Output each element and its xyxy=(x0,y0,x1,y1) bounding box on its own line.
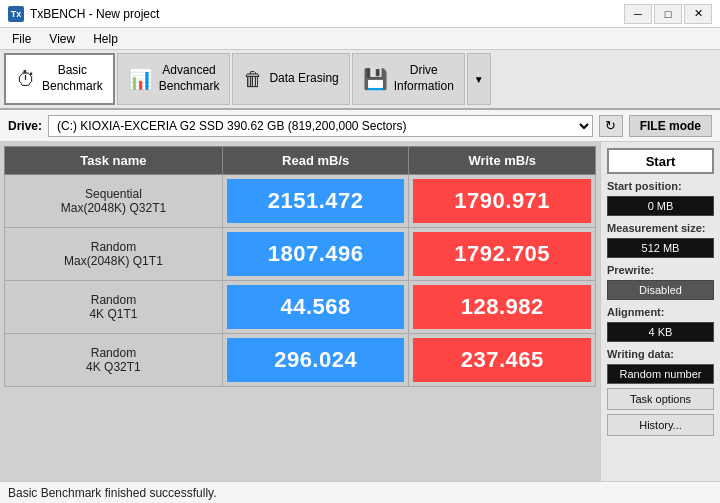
task-name-2: Random4K Q1T1 xyxy=(5,281,223,334)
read-value-2: 44.568 xyxy=(222,281,409,334)
title-bar: Tx TxBENCH - New project ─ □ ✕ xyxy=(0,0,720,28)
app-icon: Tx xyxy=(8,6,24,22)
start-button[interactable]: Start xyxy=(607,148,714,174)
alignment-value: 4 KB xyxy=(607,322,714,342)
drive-information-label-line1: Drive xyxy=(394,63,454,79)
minimize-button[interactable]: ─ xyxy=(624,4,652,24)
write-value-3: 237.465 xyxy=(409,334,596,387)
col-header-write: Write mB/s xyxy=(409,147,596,175)
prewrite-label: Prewrite: xyxy=(607,264,714,276)
read-value-3: 296.024 xyxy=(222,334,409,387)
table-row: SequentialMax(2048K) Q32T12151.4721790.9… xyxy=(5,175,596,228)
data-erasing-icon: 🗑 xyxy=(243,68,263,91)
status-bar: Basic Benchmark finished successfully. xyxy=(0,481,720,503)
maximize-button[interactable]: □ xyxy=(654,4,682,24)
task-name-1: RandomMax(2048K) Q1T1 xyxy=(5,228,223,281)
toolbar-drive-information[interactable]: 💾 Drive Information xyxy=(352,53,465,105)
writing-data-value[interactable]: Random number xyxy=(607,364,714,384)
table-row: Random4K Q1T144.568128.982 xyxy=(5,281,596,334)
title-bar-controls: ─ □ ✕ xyxy=(624,4,712,24)
basic-benchmark-label-line1: Basic xyxy=(42,63,103,79)
right-panel: Start Start position: 0 MB Measurement s… xyxy=(600,142,720,481)
table-row: RandomMax(2048K) Q1T11807.4961792.705 xyxy=(5,228,596,281)
measurement-size-value: 512 MB xyxy=(607,238,714,258)
read-value-0: 2151.472 xyxy=(222,175,409,228)
alignment-label: Alignment: xyxy=(607,306,714,318)
advanced-benchmark-label-line2: Benchmark xyxy=(159,79,220,95)
drive-select[interactable]: (C:) KIOXIA-EXCERIA G2 SSD 390.62 GB (81… xyxy=(48,115,593,137)
menu-bar: File View Help xyxy=(0,28,720,50)
task-options-button[interactable]: Task options xyxy=(607,388,714,410)
drive-bar: Drive: (C:) KIOXIA-EXCERIA G2 SSD 390.62… xyxy=(0,110,720,142)
benchmark-area: Task name Read mB/s Write mB/s Sequentia… xyxy=(0,142,600,481)
drive-information-icon: 💾 xyxy=(363,67,388,91)
toolbar-basic-benchmark[interactable]: ⏱ Basic Benchmark xyxy=(4,53,115,105)
toolbar-advanced-benchmark[interactable]: 📊 Advanced Benchmark xyxy=(117,53,231,105)
table-row: Random4K Q32T1296.024237.465 xyxy=(5,334,596,387)
col-header-read: Read mB/s xyxy=(222,147,409,175)
start-position-value: 0 MB xyxy=(607,196,714,216)
task-name-3: Random4K Q32T1 xyxy=(5,334,223,387)
writing-data-label: Writing data: xyxy=(607,348,714,360)
menu-item-help[interactable]: Help xyxy=(85,30,126,48)
table-header-row: Task name Read mB/s Write mB/s xyxy=(5,147,596,175)
menu-item-file[interactable]: File xyxy=(4,30,39,48)
toolbar-dropdown[interactable]: ▼ xyxy=(467,53,491,105)
basic-benchmark-label-line2: Benchmark xyxy=(42,79,103,95)
benchmark-table: Task name Read mB/s Write mB/s Sequentia… xyxy=(4,146,596,387)
data-erasing-label: Data Erasing xyxy=(269,71,338,87)
start-position-label: Start position: xyxy=(607,180,714,192)
status-text: Basic Benchmark finished successfully. xyxy=(8,486,217,500)
window-title: TxBENCH - New project xyxy=(30,7,159,21)
drive-information-label-line2: Information xyxy=(394,79,454,95)
write-value-0: 1790.971 xyxy=(409,175,596,228)
history-button[interactable]: History... xyxy=(607,414,714,436)
file-mode-button[interactable]: FILE mode xyxy=(629,115,712,137)
drive-refresh-button[interactable]: ↻ xyxy=(599,115,623,137)
task-name-0: SequentialMax(2048K) Q32T1 xyxy=(5,175,223,228)
advanced-benchmark-label-line1: Advanced xyxy=(159,63,220,79)
write-value-1: 1792.705 xyxy=(409,228,596,281)
toolbar-data-erasing[interactable]: 🗑 Data Erasing xyxy=(232,53,349,105)
write-value-2: 128.982 xyxy=(409,281,596,334)
menu-item-view[interactable]: View xyxy=(41,30,83,48)
read-value-1: 1807.496 xyxy=(222,228,409,281)
basic-benchmark-icon: ⏱ xyxy=(16,68,36,91)
toolbar: ⏱ Basic Benchmark 📊 Advanced Benchmark 🗑… xyxy=(0,50,720,110)
col-header-task: Task name xyxy=(5,147,223,175)
advanced-benchmark-icon: 📊 xyxy=(128,67,153,91)
close-button[interactable]: ✕ xyxy=(684,4,712,24)
measurement-size-label: Measurement size: xyxy=(607,222,714,234)
drive-label: Drive: xyxy=(8,119,42,133)
title-bar-left: Tx TxBENCH - New project xyxy=(8,6,159,22)
prewrite-value: Disabled xyxy=(607,280,714,300)
main-content: Task name Read mB/s Write mB/s Sequentia… xyxy=(0,142,720,481)
